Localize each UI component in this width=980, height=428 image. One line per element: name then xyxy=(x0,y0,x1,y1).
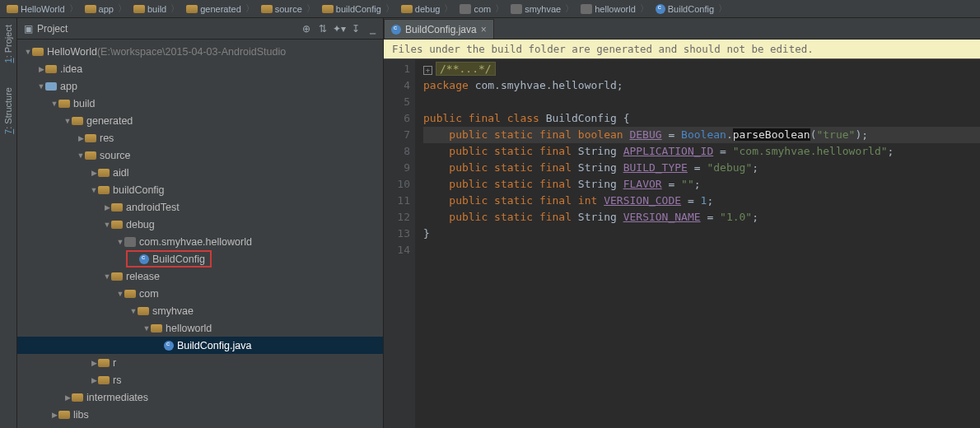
fld-icon xyxy=(322,5,334,13)
fld-icon xyxy=(58,100,70,108)
gutter: 14567891011121314 xyxy=(384,59,415,428)
tree-node[interactable]: ▶androidTest xyxy=(17,198,383,216)
tree-node[interactable]: ▼HelloWorld (E:\workspace\2015-04-03-And… xyxy=(17,43,383,60)
tree-node[interactable]: ▼generated xyxy=(17,112,383,129)
expand-icon[interactable]: ▼ xyxy=(63,117,72,125)
expand-icon[interactable]: ▼ xyxy=(24,48,32,56)
fld-icon xyxy=(85,134,96,142)
tree-node[interactable]: ▶r xyxy=(17,354,383,371)
crumb-com[interactable]: com〉 xyxy=(456,2,507,15)
left-tool-strip: 1: Project7: Structure xyxy=(0,18,17,428)
cls-icon xyxy=(656,4,665,14)
hide-icon[interactable]: ⎯ xyxy=(366,23,378,35)
fld-icon xyxy=(111,272,123,281)
expand-icon[interactable]: ▼ xyxy=(103,272,111,281)
crumb-buildconfig[interactable]: BuildConfig〉 xyxy=(652,2,730,15)
tree-node[interactable]: ▼smyhvae xyxy=(17,302,383,319)
expand-icon[interactable]: ▼ xyxy=(103,221,111,229)
expand-icon[interactable]: ▶ xyxy=(77,134,85,142)
expand-icon[interactable]: ▶ xyxy=(50,411,58,419)
expand-icon[interactable]: ▼ xyxy=(77,151,85,160)
expand-icon[interactable]: ▼ xyxy=(116,290,124,298)
fld-icon xyxy=(401,5,413,13)
editor: BuildConfig.java × Files under the build… xyxy=(384,18,980,428)
fld-icon xyxy=(124,290,136,298)
fld-icon xyxy=(151,324,162,333)
tool-Project[interactable]: 1: Project xyxy=(3,25,13,63)
crumb-buildconfig[interactable]: buildConfig〉 xyxy=(319,2,398,15)
fld-icon xyxy=(7,5,18,13)
expand-icon[interactable]: ▶ xyxy=(63,393,72,402)
tree-node[interactable]: ▼buildConfig xyxy=(17,181,383,198)
expand-icon[interactable]: ▼ xyxy=(37,82,45,91)
java-icon xyxy=(164,341,174,351)
fld-icon xyxy=(111,203,123,212)
tree-node[interactable]: ▶intermediates xyxy=(17,388,383,406)
fld-icon xyxy=(138,307,149,315)
sidebar-title: Project xyxy=(37,23,68,35)
expand-icon[interactable]: ▼ xyxy=(50,100,58,108)
expand-icon[interactable]: ▶ xyxy=(90,359,98,367)
class-icon xyxy=(391,25,401,35)
tree-node[interactable]: ▼build xyxy=(17,95,383,112)
fld-icon xyxy=(58,411,70,419)
tree-node[interactable]: ▶rs xyxy=(17,371,383,388)
expand-icon[interactable]: ▶ xyxy=(90,376,98,384)
expand-icon[interactable]: ▼ xyxy=(142,324,151,333)
crumb-debug[interactable]: debug〉 xyxy=(398,2,457,15)
project-sidebar: ▣ Project ⊕ ⇅ ✦▾ ↧ ⎯ ▼HelloWorld (E:\wor… xyxy=(17,18,384,428)
tree-node[interactable]: ▼source xyxy=(17,147,383,164)
expand-icon[interactable]: ▶ xyxy=(37,65,45,73)
tab-label: BuildConfig.java xyxy=(405,24,477,35)
tree-node[interactable]: ▼com xyxy=(17,285,383,302)
fold-icon[interactable]: + xyxy=(423,66,432,75)
fld-icon xyxy=(98,169,110,177)
fld-icon xyxy=(85,151,96,160)
crumb-source[interactable]: source〉 xyxy=(258,2,319,15)
tree-node[interactable]: BuildConfig xyxy=(17,250,383,268)
expand-icon[interactable]: ▶ xyxy=(90,169,98,177)
pkg-icon xyxy=(511,4,522,14)
pkg-icon xyxy=(124,237,136,247)
expand-icon[interactable]: ▼ xyxy=(129,307,138,315)
fld-icon xyxy=(72,117,83,125)
fld-icon xyxy=(98,376,110,384)
code-area[interactable]: +/**...*/ package com.smyhvae.helloworld… xyxy=(415,59,980,428)
mod-icon xyxy=(45,82,57,91)
fld-icon xyxy=(45,65,57,73)
tree-node[interactable]: ▼app xyxy=(17,77,383,95)
fld-icon xyxy=(261,5,273,13)
sort-icon[interactable]: ⇅ xyxy=(317,23,329,35)
gear-icon[interactable]: ✦▾ xyxy=(334,23,345,35)
tree-node[interactable]: ▶.idea xyxy=(17,60,383,77)
expand-icon[interactable]: ▼ xyxy=(90,186,98,194)
readonly-banner: Files under the build folder are generat… xyxy=(384,40,980,59)
tree-node[interactable]: ▼helloworld xyxy=(17,319,383,337)
tree-node[interactable]: ▼release xyxy=(17,268,383,285)
sidebar-header: ▣ Project ⊕ ⇅ ✦▾ ↧ ⎯ xyxy=(17,18,383,40)
crumb-build[interactable]: build〉 xyxy=(130,2,183,15)
crumb-smyhvae[interactable]: smyhvae〉 xyxy=(507,2,577,15)
crumb-generated[interactable]: generated〉 xyxy=(183,2,258,15)
tree-node[interactable]: ▶aidl xyxy=(17,164,383,181)
crumb-helloworld[interactable]: helloworld〉 xyxy=(577,2,652,15)
breadcrumb[interactable]: HelloWorld〉app〉build〉generated〉source〉bu… xyxy=(0,0,980,18)
tree-node[interactable]: BuildConfig.java xyxy=(17,337,383,354)
target-icon[interactable]: ⊕ xyxy=(301,23,312,35)
crumb-app[interactable]: app〉 xyxy=(82,2,130,15)
fld-icon xyxy=(98,359,110,367)
project-tree[interactable]: ▼HelloWorld (E:\workspace\2015-04-03-And… xyxy=(17,40,383,428)
close-icon[interactable]: × xyxy=(481,24,487,35)
expand-icon[interactable]: ▼ xyxy=(116,238,124,246)
crumb-helloworld[interactable]: HelloWorld〉 xyxy=(3,2,82,15)
tree-node[interactable]: ▶res xyxy=(17,129,383,147)
tab-buildconfig[interactable]: BuildConfig.java × xyxy=(384,19,494,39)
tree-node[interactable]: ▶libs xyxy=(17,406,383,423)
tree-node[interactable]: ▼com.smyhvae.helloworld xyxy=(17,233,383,250)
tree-node[interactable]: ▼debug xyxy=(17,216,383,233)
cls-icon xyxy=(139,254,149,264)
tool-Structure[interactable]: 7: Structure xyxy=(3,87,13,134)
collapse-icon[interactable]: ↧ xyxy=(350,23,362,35)
expand-icon[interactable]: ▶ xyxy=(103,203,111,212)
pkg-icon xyxy=(460,4,471,14)
